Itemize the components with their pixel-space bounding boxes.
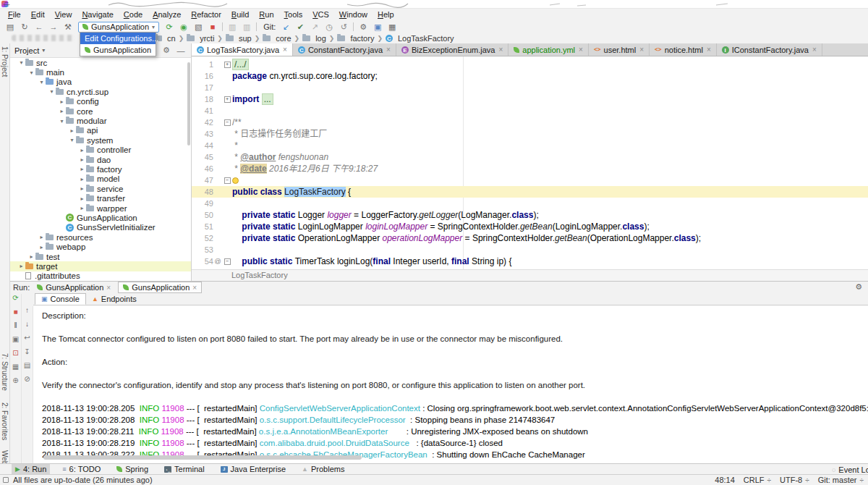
- menu-analyze[interactable]: Analyze: [148, 10, 186, 19]
- chevron-icon[interactable]: ▸: [78, 147, 86, 153]
- editor-tab-constantfactory-java[interactable]: CConstantFactory.java×: [293, 43, 396, 56]
- tree-item-config[interactable]: ▸config: [10, 97, 191, 106]
- chevron-icon[interactable]: ▸: [58, 108, 66, 114]
- code-line-16[interactable]: 16package cn.yrcti.sup.core.log.factory;: [192, 70, 868, 82]
- chevron-icon[interactable]: ▸: [58, 98, 66, 105]
- chevron-icon[interactable]: ▸: [78, 195, 86, 202]
- chevron-icon[interactable]: ▸: [68, 127, 76, 134]
- tool-window-button-favorites[interactable]: 2: Favorites: [1, 402, 9, 440]
- intention-bulb-icon[interactable]: [232, 177, 239, 184]
- tree-item-api[interactable]: ▸api: [10, 126, 191, 135]
- chevron-icon[interactable]: ▾: [27, 69, 35, 76]
- fold-marker-icon[interactable]: +: [222, 59, 232, 70]
- git-update-icon[interactable]: ↙: [278, 21, 293, 33]
- menu-edit[interactable]: Edit: [26, 10, 50, 19]
- view-tab-endpoints[interactable]: ▲Endpoints: [86, 293, 142, 305]
- chevron-icon[interactable]: ▾: [68, 137, 76, 143]
- print-icon[interactable]: ▤: [24, 361, 30, 369]
- status-widget-git-master[interactable]: Git: master÷: [818, 476, 864, 484]
- editor-tab-application-yml[interactable]: application.yml×: [509, 43, 589, 56]
- run-tab-gunsapplication-1[interactable]: GunsApplication×: [33, 282, 115, 292]
- coverage-icon[interactable]: ▧: [191, 21, 205, 33]
- dropdown-item-edit-configurations[interactable]: Edit Configurations...: [80, 33, 156, 44]
- rerun-icon[interactable]: ⟳: [12, 294, 18, 302]
- editor-tab-logtaskfactory-java[interactable]: CLogTaskFactory.java×: [192, 43, 293, 56]
- code-editor[interactable]: 1+/.../16package cn.yrcti.sup.core.log.f…: [192, 56, 868, 269]
- editor-tab-user-html[interactable]: <>user.html×: [589, 43, 650, 56]
- tool-window-button-problems[interactable]: ▲Problems: [298, 464, 348, 475]
- editor-bottom-breadcrumb[interactable]: LogTaskFactory: [192, 269, 868, 281]
- menu-vcs[interactable]: VCS: [307, 10, 334, 19]
- tool-window-button-project[interactable]: 1: Project: [1, 46, 9, 77]
- fold-marker-icon[interactable]: −: [222, 174, 232, 186]
- up-stack-icon[interactable]: ↑: [25, 306, 29, 314]
- editor-tab-iconstantfactory-java[interactable]: IIConstantFactory.java×: [717, 43, 822, 56]
- tree-item-target[interactable]: ▸target: [10, 261, 191, 271]
- chevron-icon[interactable]: ▸: [78, 185, 86, 192]
- sync-icon[interactable]: ↻: [17, 21, 32, 33]
- breadcrumb-core[interactable]: core: [263, 34, 291, 43]
- tree-item-gitattributes[interactable]: .gitattributes: [10, 271, 191, 281]
- menu-view[interactable]: View: [50, 10, 77, 19]
- editor-tab-notice-html[interactable]: <>notice.html×: [650, 43, 717, 56]
- code-line-52[interactable]: 52 private static OperationLogMapper ope…: [192, 232, 868, 244]
- clear-icon[interactable]: ⊘: [24, 375, 30, 383]
- breadcrumb-sup[interactable]: sup: [226, 34, 252, 43]
- settings-wrench-icon[interactable]: ⚙: [356, 21, 370, 33]
- menu-file[interactable]: File: [3, 10, 26, 19]
- tree-item-controller[interactable]: ▸controller: [10, 146, 191, 155]
- run-tab-gunsapplication-2[interactable]: GunsApplication×: [118, 282, 202, 293]
- menu-code[interactable]: Code: [119, 10, 148, 19]
- editor-tab-bizexceptionenum-java[interactable]: EBizExceptionEnum.java×: [396, 43, 509, 56]
- chevron-icon[interactable]: ▸: [38, 244, 46, 250]
- close-icon[interactable]: ×: [106, 284, 111, 292]
- menu-build[interactable]: Build: [226, 10, 254, 19]
- tree-item-model[interactable]: ▸model: [10, 174, 191, 184]
- pause-icon[interactable]: ‖: [14, 321, 17, 329]
- debug-icon[interactable]: ◉: [176, 21, 191, 33]
- code-line-17[interactable]: 17: [192, 82, 868, 93]
- close-icon[interactable]: ×: [639, 46, 644, 54]
- tree-item-system[interactable]: ▾system: [10, 135, 191, 145]
- close-icon[interactable]: ×: [498, 46, 503, 54]
- close-icon[interactable]: ×: [192, 284, 197, 292]
- code-line-1[interactable]: 1+/.../: [192, 59, 868, 70]
- code-line-50[interactable]: 50 private static Logger logger = Logger…: [192, 209, 868, 221]
- gear-icon[interactable]: ⚙: [161, 46, 172, 55]
- balance-icon[interactable]: ▥: [239, 21, 254, 33]
- code-line-47[interactable]: 47−: [192, 174, 868, 186]
- tree-item-dao[interactable]: ▸dao: [10, 155, 191, 164]
- tree-item-gunsservletinitializer[interactable]: CGunsServletInitializer: [10, 223, 191, 232]
- save-icon[interactable]: ▤: [3, 21, 17, 33]
- code-line-45[interactable]: 45 * @author fengshuonan: [192, 151, 868, 163]
- tree-item-java[interactable]: ▾java: [10, 77, 191, 87]
- code-line-46[interactable]: 46 * @date 2016年12月6日 下午9:18:27: [192, 163, 868, 174]
- console-output[interactable]: Description:The Tomcat connector configu…: [33, 305, 868, 463]
- menu-help[interactable]: Help: [373, 10, 399, 19]
- build-hammer-icon[interactable]: ⚒: [61, 21, 75, 33]
- gear-icon[interactable]: ⚙: [855, 282, 862, 292]
- chevron-icon[interactable]: ▸: [38, 234, 46, 240]
- close-icon[interactable]: ×: [812, 46, 817, 54]
- tree-item-webapp[interactable]: ▸webapp: [10, 242, 191, 251]
- tree-item-gunsapplication[interactable]: CGunsApplication: [10, 213, 191, 222]
- chevron-icon[interactable]: ▸: [17, 263, 25, 269]
- forward-icon[interactable]: →: [46, 21, 61, 33]
- tree-item-resources[interactable]: ▸resources: [10, 232, 191, 242]
- fold-marker-icon[interactable]: −: [222, 256, 232, 267]
- stop-icon[interactable]: ■: [205, 21, 220, 33]
- code-line-51[interactable]: 51 private static LoginLogMapper loginLo…: [192, 221, 868, 232]
- chevron-icon[interactable]: ▾: [17, 59, 25, 66]
- tree-item-service[interactable]: ▸service: [10, 184, 191, 193]
- project-structure-icon[interactable]: ▣: [370, 21, 385, 33]
- fold-marker-icon[interactable]: +: [222, 93, 232, 105]
- status-widget-crlf[interactable]: CRLF÷: [744, 476, 771, 484]
- git-history-icon[interactable]: ◷: [322, 21, 336, 33]
- code-line-44[interactable]: 44 *: [192, 140, 868, 151]
- code-line-53[interactable]: 53: [192, 244, 868, 256]
- tool-window-button-6-todo[interactable]: ≡6: TODO: [59, 464, 104, 475]
- code-line-49[interactable]: 49: [192, 198, 868, 209]
- chevron-icon[interactable]: ▸: [78, 176, 86, 182]
- dashboard-icon[interactable]: ▥: [225, 21, 239, 33]
- git-rollback-icon[interactable]: ↺: [336, 21, 351, 33]
